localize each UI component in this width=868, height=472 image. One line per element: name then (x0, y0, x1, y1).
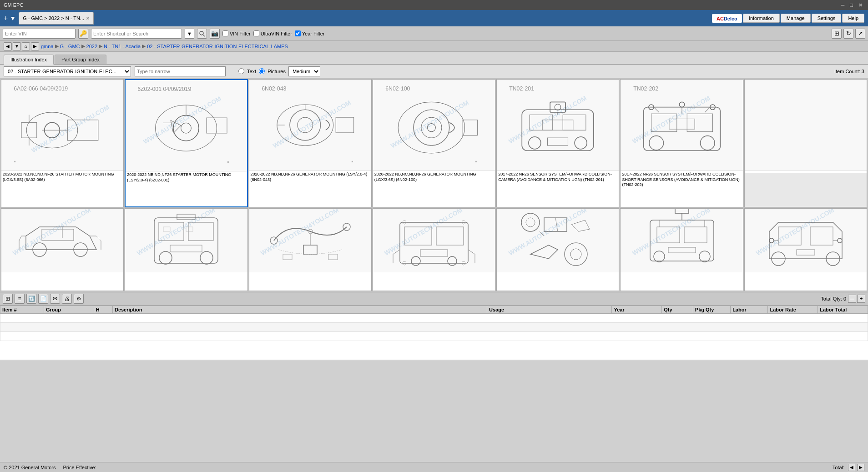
part-illustration-14 (756, 209, 856, 272)
svg-text:▪: ▪ (227, 159, 229, 165)
breadcrumb-gmmc[interactable]: G - GMC (60, 44, 80, 49)
view-pictures-label: Pictures (267, 69, 286, 74)
maximize-button[interactable]: □ (848, 2, 855, 8)
pdf-button[interactable]: 📄 (38, 294, 48, 304)
svg-point-100 (699, 251, 710, 262)
breadcrumb-acadia[interactable]: N - TN1 - Acadia (104, 44, 141, 49)
camera-icon-button[interactable]: 📷 (210, 29, 220, 39)
layout-icon-button[interactable]: ⊞ (832, 29, 842, 39)
ultravin-filter-item: UltraVIN Filter (253, 30, 292, 36)
scroll-left-button[interactable]: ◀ (848, 464, 855, 471)
illustration-cell-11[interactable]: WWW.AUTOTECH4YOU.COM (373, 208, 495, 291)
back-button[interactable]: ◀ (4, 42, 12, 50)
col-labor-rate: Labor Rate (768, 306, 818, 314)
email-button[interactable]: ✉ (50, 294, 60, 304)
grid-view-button[interactable]: ⊞ (3, 294, 13, 304)
view-text-radio[interactable] (238, 68, 244, 74)
parts-table: Item # Group H Description Usage Year Qt… (0, 306, 868, 341)
ultravin-filter-label: UltraVIN Filter (261, 31, 292, 36)
illustration-cell-9[interactable]: WWW.AUTOTECH4YOU.COM (125, 208, 247, 291)
tab-dropdown-button[interactable]: ▼ (10, 15, 16, 22)
svg-point-43 (555, 104, 561, 110)
svg-rect-70 (186, 227, 193, 231)
svg-rect-23 (336, 117, 353, 133)
menu-bar-left: + ▼ G - GMC > 2022 > N - TN... ✕ (4, 12, 94, 25)
svg-point-13 (173, 115, 199, 141)
close-button[interactable]: ✕ (857, 2, 864, 8)
information-button[interactable]: Information (743, 14, 780, 23)
total-label: Total: (833, 465, 844, 470)
shortcut-dropdown-button[interactable]: ▼ (185, 29, 194, 39)
minimize-button[interactable]: ─ (839, 2, 847, 8)
col-pkg-qty: Pkg Qty (693, 306, 730, 314)
svg-point-109 (838, 238, 842, 243)
tab-illustration-index[interactable]: Illustration Index (4, 55, 54, 65)
forward-button[interactable]: ▶ (31, 42, 39, 50)
history-button[interactable]: ▼ (13, 42, 21, 50)
major-group-select[interactable]: 02 - STARTER-GENERATOR-IGNITION-ELEC... (4, 66, 131, 76)
settings2-button[interactable]: ⚙ (74, 294, 84, 304)
illustration-cell-14[interactable]: WWW.AUTOTECH4YOU.COM (744, 208, 867, 291)
caption-5: 2017-2022 NF26 SENSOR SYSTEM/FORWARD COL… (497, 171, 619, 183)
narrow-input[interactable] (135, 66, 226, 76)
home-button[interactable]: ⌂ (22, 42, 30, 50)
illustration-cell-13[interactable]: WWW.AUTOTECH4YOU.COM (620, 208, 743, 291)
qty-decrease-button[interactable]: ─ (848, 295, 856, 303)
view-pictures-radio[interactable] (259, 68, 265, 74)
settings-button[interactable]: Settings (812, 14, 842, 23)
svg-line-94 (555, 218, 558, 231)
part-illustration-5: TN02-201 (505, 84, 610, 166)
illustration-cell-7[interactable] (744, 79, 867, 207)
picture-size-select[interactable]: Small Medium Large (288, 66, 320, 76)
svg-rect-107 (797, 250, 815, 255)
svg-rect-95 (650, 220, 714, 261)
item-count: Item Count: 3 (834, 69, 864, 74)
help-button[interactable]: Help (842, 14, 864, 23)
illustration-cell-4[interactable]: WWW.AUTOTECH4YOU.COM 6N02-100 ▪ 2020-202… (373, 79, 495, 207)
svg-point-53 (679, 102, 684, 107)
tab-part-group-index[interactable]: Part Group Index (55, 55, 106, 64)
manage-button[interactable]: Manage (781, 14, 811, 23)
external-icon-button[interactable]: ↗ (855, 29, 865, 39)
toolbar-right: ⊞ ↻ ↗ (832, 29, 865, 39)
shortcut-input[interactable] (91, 29, 182, 39)
svg-text:TN02-201: TN02-201 (509, 85, 534, 92)
search-go-button[interactable] (197, 29, 207, 39)
breadcrumb-gmna[interactable]: gmna (41, 44, 54, 49)
index-tabs: Illustration Index Part Group Index (0, 52, 868, 65)
illustration-cell-12[interactable]: WWW.AUTOTECH4YOU.COM (496, 208, 619, 291)
svg-point-14 (181, 123, 192, 133)
main-tab[interactable]: G - GMC > 2022 > N - TN... ✕ (19, 12, 94, 25)
svg-point-99 (654, 251, 665, 262)
ultravin-filter-checkbox[interactable] (253, 30, 259, 36)
price-effective-label: Price Effective: (63, 465, 96, 470)
illustration-cell-1[interactable]: WWW.AUTOTECH4YOU.COM 6A02-066 04/09/2019… (1, 79, 124, 207)
vin-input[interactable] (3, 29, 76, 39)
svg-rect-68 (177, 214, 195, 220)
year-filter-checkbox[interactable] (295, 30, 301, 36)
vin-icon-button[interactable]: 🔑 (78, 29, 88, 39)
copyright-text: © 2021 General Motors (4, 465, 56, 470)
window-controls[interactable]: ─ □ ✕ (839, 2, 864, 8)
breadcrumb-electrical[interactable]: 02 - STARTER-GENERATOR-IGNITION-ELECTRIC… (147, 44, 288, 49)
qty-increase-button[interactable]: + (857, 295, 865, 303)
tab-close-button[interactable]: ✕ (86, 16, 90, 21)
print-button[interactable]: 🖨 (62, 294, 72, 304)
illustration-cell-5[interactable]: WWW.AUTOTECH4YOU.COM TN02-201 (496, 79, 619, 207)
illustration-cell-6[interactable]: WWW.AUTOTECH4YOU.COM TN02-202 (620, 79, 743, 207)
view-radio-group: Text Pictures Small Medium Large (238, 66, 320, 76)
title-bar: GM EPC ─ □ ✕ (0, 0, 868, 10)
illustration-cell-10[interactable]: WWW.AUTOTECH4YOU.COM (249, 208, 372, 291)
vin-filter-checkbox[interactable] (222, 30, 228, 36)
svg-rect-7 (21, 122, 37, 138)
scroll-right-button[interactable]: ▶ (857, 464, 864, 471)
breadcrumb-2022[interactable]: 2022 (86, 44, 97, 49)
illustration-cell-2[interactable]: WWW.AUTOTECH4YOU.COM 6Z02-001 04/09/2019… (125, 79, 247, 207)
refresh-icon-button[interactable]: ↻ (843, 29, 853, 39)
list-view-button[interactable]: ≡ (15, 294, 25, 304)
illustration-cell-8[interactable]: WWW.AUTOTECH4YOU.COM (1, 208, 124, 291)
add-button[interactable]: 🔃 (26, 294, 36, 304)
add-tab-button[interactable]: + (4, 14, 8, 22)
svg-point-66 (159, 251, 172, 264)
illustration-cell-3[interactable]: WWW.AUTOTECH4YOU.COM 6N02-043 ▪ 2020-202… (249, 79, 372, 207)
